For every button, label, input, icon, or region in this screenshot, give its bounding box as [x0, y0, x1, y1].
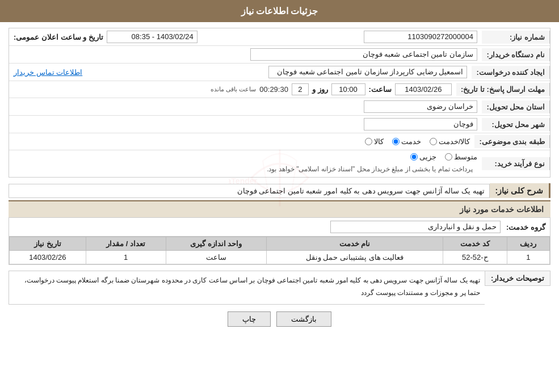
- send-time-label: ساعت:: [369, 85, 392, 94]
- request-number-box: 1103090272000004: [364, 31, 477, 43]
- main-content: AnaTender شماره نیاز: 1103090272000004 1…: [0, 22, 559, 339]
- purchase-type-label: نوع فرآیند خرید:: [482, 157, 550, 170]
- purchase-note: پرداخت تمام یا بخشی از مبلغ خریداز محل "…: [14, 163, 477, 175]
- radio-jozii-input[interactable]: [410, 153, 418, 161]
- jozii-label: جزیی: [419, 153, 436, 161]
- send-remaining: 00:29:30: [259, 85, 288, 94]
- category-value: کالا/خدمت خدمت کالا: [9, 135, 474, 148]
- radio-khadamat: خدمت: [392, 137, 421, 146]
- cell-row: 1: [507, 251, 549, 264]
- cell-name: فعالیت های پشتیبانی حمل ونقل: [267, 251, 443, 264]
- col-header-code: کد خدمت: [443, 237, 507, 251]
- motavaset-label: متوسط: [454, 153, 477, 161]
- send-days-label: روز و: [312, 85, 328, 94]
- buyer-org-box: سازمان تامین اجتماعی شعبه فوچان: [250, 48, 477, 61]
- send-deadline-value: 1403/02/26 ساعت: 10:00 روز و 2 00:29:30 …: [9, 81, 456, 98]
- table-row: 1ح-52-52فعالیت های پشتیبانی حمل ونقلساعت…: [10, 251, 550, 264]
- service-table-container: ردیف کد خدمت نام خدمت واحد اندازه گیری ت…: [9, 237, 550, 265]
- delivery-city-value: فوچان: [9, 116, 482, 133]
- row-buyer-org: نام دستگاه خریدار: سازمان تامین اجتماعی …: [9, 46, 550, 64]
- row-delivery-province: استان محل تحویل: خراسان رضوی: [9, 98, 550, 116]
- cell-code: ح-52-52: [443, 251, 507, 264]
- city-box: فوچان: [364, 118, 477, 130]
- creator-box: اسمعیل رضایی کارپرداز سازمان تامین اجتما…: [268, 66, 467, 78]
- kala-khadamat-label: کالا/خدمت: [439, 137, 470, 146]
- buyer-notes-value: تهیه یک ساله آژانس جهت سرویس دهی به کلیه…: [9, 271, 485, 305]
- announce-date-box: 1403/02/24 - 08:35: [107, 31, 197, 43]
- request-number-label: شماره نیاز:: [482, 31, 550, 44]
- col-header-qty: تعداد / مقدار: [86, 237, 166, 251]
- radio-khadamat-input[interactable]: [392, 138, 400, 145]
- creator-label: ایجاد کننده درخواست:: [472, 66, 550, 79]
- row-delivery-city: شهر محل تحویل: فوچان: [9, 116, 550, 133]
- radio-kala-khadamat-input[interactable]: [430, 138, 437, 145]
- radio-kala-input[interactable]: [365, 138, 372, 145]
- print-button[interactable]: چاپ: [228, 311, 271, 327]
- category-label: طبقه بندی موضوعی:: [474, 135, 550, 148]
- cell-date: 1403/02/26: [10, 251, 86, 264]
- general-desc-label: شرح کلی نیاز:: [490, 183, 550, 198]
- purchase-type-value: متوسط جزیی پرداخت تمام یا بخشی از مبلغ خ…: [9, 150, 482, 177]
- radio-motavaset-input[interactable]: [445, 153, 452, 161]
- request-number-value: 1103090272000004: [246, 28, 482, 45]
- row-send-deadline: مهلت ارسال پاسخ: تا تاریخ: 1403/02/26 سا…: [9, 81, 550, 98]
- general-desc-section: شرح کلی نیاز: تهیه یک ساله آژانس جهت سرو…: [9, 183, 550, 198]
- delivery-province-label: استان محل تحویل:: [482, 100, 550, 113]
- creator-contact-link[interactable]: اطلاعات تماس خریدار: [14, 68, 82, 77]
- col-header-unit: واحد اندازه گیری: [166, 237, 267, 251]
- page-title: جزئیات اطلاعات نیاز: [241, 6, 318, 16]
- buyer-notes-label: توصیحات خریدار:: [485, 271, 550, 286]
- send-days: 2: [292, 83, 309, 95]
- creator-value: اسمعیل رضایی کارپرداز سازمان تامین اجتما…: [87, 64, 472, 81]
- col-header-name: نام خدمت: [267, 237, 443, 251]
- announce-date-label: تاریخ و ساعت اعلان عمومی:: [14, 33, 103, 41]
- table-header-row: ردیف کد خدمت نام خدمت واحد اندازه گیری ت…: [10, 237, 550, 251]
- col-header-row: ردیف: [507, 237, 549, 251]
- page-header: جزئیات اطلاعات نیاز: [0, 0, 559, 22]
- buyer-org-value: سازمان تامین اجتماعی شعبه فوچان: [9, 46, 482, 63]
- send-deadline-label: مهلت ارسال پاسخ: تا تاریخ:: [456, 83, 550, 96]
- announce-date-value: 1403/02/24 - 08:35 تاریخ و ساعت اعلان عم…: [9, 28, 246, 45]
- row-creator: ایجاد کننده درخواست: اسمعیل رضایی کارپرد…: [9, 64, 550, 81]
- province-box: خراسان رضوی: [364, 100, 477, 113]
- send-remaining-label: ساعت باقی مانده: [211, 86, 256, 93]
- back-button[interactable]: بازگشت: [276, 311, 331, 327]
- khadamat-label: خدمت: [401, 137, 421, 146]
- info-section-top: شماره نیاز: 1103090272000004 1403/02/24 …: [9, 28, 550, 178]
- kala-label: کالا: [374, 137, 384, 146]
- radio-kala-khadamat: کالا/خدمت: [430, 137, 470, 146]
- cell-unit: ساعت: [166, 251, 267, 264]
- page-container: جزئیات اطلاعات نیاز AnaTender شماره نیاز…: [0, 0, 559, 392]
- services-section-title: اطلاعات خدمات مورد نیاز: [9, 200, 550, 218]
- buttons-row: بازگشت چاپ: [9, 305, 550, 334]
- row-request-number: شماره نیاز: 1103090272000004 1403/02/24 …: [9, 28, 550, 46]
- send-time: 10:00: [331, 83, 365, 95]
- delivery-city-label: شهر محل تحویل:: [482, 118, 550, 131]
- radio-kala: کالا: [365, 137, 384, 146]
- cell-quantity: 1: [86, 251, 166, 264]
- delivery-province-value: خراسان رضوی: [9, 98, 482, 115]
- row-category: طبقه بندی موضوعی: کالا/خدمت خدمت کالا: [9, 133, 550, 150]
- buyer-notes-section: توصیحات خریدار: تهیه یک ساله آژانس جهت س…: [9, 271, 550, 305]
- service-table: ردیف کد خدمت نام خدمت واحد اندازه گیری ت…: [9, 237, 550, 264]
- row-service-group: گروه خدمت: حمل و نقل و انبارداری: [9, 218, 550, 237]
- service-group-label: گروه خدمت:: [506, 223, 545, 231]
- radio-motavaset: متوسط: [445, 153, 477, 161]
- buyer-org-label: نام دستگاه خریدار:: [482, 48, 550, 61]
- service-group-box: حمل و نقل و انبارداری: [330, 221, 501, 233]
- send-date: 1403/02/26: [395, 83, 452, 95]
- col-header-date: تاریخ نیاز: [10, 237, 86, 251]
- radio-jozii: جزیی: [410, 153, 436, 161]
- row-purchase-type: نوع فرآیند خرید: متوسط جزیی: [9, 150, 550, 177]
- general-desc-value: تهیه یک ساله آژانس جهت سرویس دهی به کلیه…: [9, 184, 490, 198]
